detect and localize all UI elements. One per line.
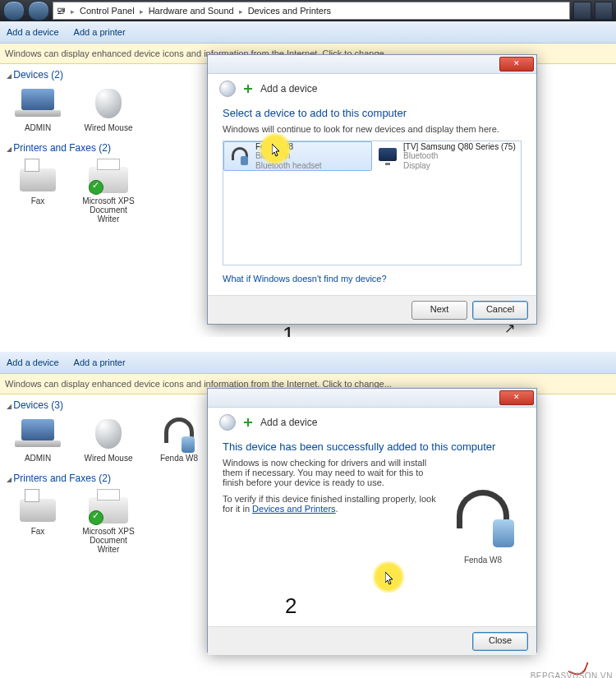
device-label: ADMIN bbox=[10, 454, 66, 463]
add-icon bbox=[242, 83, 254, 95]
headset-icon bbox=[164, 417, 194, 443]
nav-back-button[interactable] bbox=[3, 1, 25, 21]
breadcrumb-item[interactable]: Control Panel bbox=[80, 6, 135, 16]
device-item[interactable]: ADMIN bbox=[10, 414, 66, 463]
wizard-icon bbox=[219, 414, 236, 431]
headset-icon bbox=[232, 147, 248, 160]
device-item[interactable]: ADMIN bbox=[10, 84, 66, 132]
device-item[interactable]: Microsoft XPS Document Writer bbox=[80, 487, 136, 554]
search-button[interactable] bbox=[595, 2, 613, 20]
highlight-marker bbox=[372, 560, 405, 593]
mouse-icon bbox=[95, 419, 122, 449]
fax-icon bbox=[20, 499, 56, 522]
device-line: Bluetooth bbox=[255, 151, 322, 161]
device-item[interactable]: Microsoft XPS Document Writer bbox=[80, 157, 136, 224]
device-label: ADMIN bbox=[10, 123, 66, 132]
dialog-body-text: Windows is now checking for drivers and … bbox=[223, 458, 436, 487]
close-dialog-button[interactable]: Close bbox=[472, 632, 528, 651]
step-number: 1 bbox=[283, 322, 294, 337]
add-icon bbox=[242, 417, 254, 428]
default-badge-icon bbox=[89, 510, 103, 525]
device-line: Bluetooth headset bbox=[255, 161, 322, 171]
device-line: Display bbox=[403, 161, 516, 171]
nav-forward-button[interactable] bbox=[28, 1, 49, 21]
watermark: BEPGASVUSON.VN bbox=[531, 671, 613, 678]
close-button[interactable]: ✕ bbox=[499, 57, 534, 71]
device-label: Fax bbox=[10, 527, 66, 536]
step-number: 2 bbox=[285, 593, 297, 619]
fax-icon bbox=[20, 168, 56, 191]
address-bar: 🖳 Control Panel Hardware and Sound Devic… bbox=[0, 0, 616, 21]
default-badge-icon bbox=[89, 180, 103, 195]
wizard-icon bbox=[219, 81, 236, 97]
toolbar: Add a device Add a printer bbox=[0, 21, 616, 44]
devices-printers-link[interactable]: Devices and Printers bbox=[252, 504, 336, 514]
device-name: Fenda W8 bbox=[255, 142, 322, 152]
refresh-button[interactable] bbox=[573, 2, 591, 20]
device-label: Wired Mouse bbox=[80, 454, 136, 463]
device-label: Fenda W8 bbox=[151, 454, 207, 463]
device-line: Bluetooth bbox=[403, 151, 516, 161]
dialog-subtitle: Windows will continue to look for new de… bbox=[223, 124, 522, 134]
device-label: Microsoft XPS Document Writer bbox=[80, 196, 136, 224]
add-device-button[interactable]: Add a device bbox=[7, 357, 59, 367]
breadcrumb-item[interactable]: Devices and Printers bbox=[248, 6, 332, 16]
device-preview: Fenda W8 bbox=[446, 487, 520, 565]
add-device-button[interactable]: Add a device bbox=[7, 27, 59, 37]
device-card[interactable]: [TV] Samsung Q80 Series (75) Bluetooth D… bbox=[372, 141, 521, 171]
device-card[interactable]: Fenda W8 Bluetooth Bluetooth headset bbox=[223, 141, 372, 171]
breadcrumb[interactable]: 🖳 Control Panel Hardware and Sound Devic… bbox=[53, 2, 570, 20]
cancel-button[interactable]: Cancel bbox=[472, 301, 528, 320]
device-label: Fax bbox=[10, 196, 66, 205]
dialog-header: Add a device bbox=[260, 83, 317, 95]
device-preview-label: Fenda W8 bbox=[446, 556, 520, 565]
close-button[interactable]: ✕ bbox=[499, 390, 534, 405]
help-link[interactable]: What if Windows doesn't find my device? bbox=[223, 265, 522, 287]
annotation-arrow: ↗ bbox=[504, 321, 515, 336]
device-label: Wired Mouse bbox=[80, 123, 136, 132]
add-printer-button[interactable]: Add a printer bbox=[74, 357, 126, 367]
device-item[interactable]: Wired Mouse bbox=[80, 414, 136, 463]
mouse-icon bbox=[95, 89, 122, 118]
dialog-header: Add a device bbox=[260, 417, 317, 428]
add-device-dialog: ✕ Add a device This device has been succ… bbox=[207, 388, 537, 653]
device-item[interactable]: Fax bbox=[10, 157, 66, 224]
add-device-dialog: ✕ Add a device Select a device to add to… bbox=[207, 54, 537, 325]
device-label: Microsoft XPS Document Writer bbox=[80, 527, 136, 554]
device-item[interactable]: Wired Mouse bbox=[80, 84, 136, 132]
dialog-body-text: To verify if this device finished instal… bbox=[223, 494, 436, 514]
device-name: [TV] Samsung Q80 Series (75) bbox=[403, 142, 516, 152]
dialog-title: Select a device to add to this computer bbox=[223, 107, 522, 119]
add-printer-button[interactable]: Add a printer bbox=[74, 27, 126, 37]
laptop-icon bbox=[21, 89, 54, 110]
device-item[interactable]: Fax bbox=[10, 487, 66, 554]
cursor-icon bbox=[385, 572, 395, 585]
next-button[interactable]: Next bbox=[411, 301, 467, 320]
tv-icon bbox=[379, 148, 397, 161]
laptop-icon bbox=[21, 419, 54, 440]
toolbar: Add a device Add a printer bbox=[0, 352, 616, 374]
breadcrumb-item[interactable]: Hardware and Sound bbox=[149, 6, 234, 16]
device-item[interactable]: Fenda W8 bbox=[151, 414, 207, 463]
device-list: Fenda W8 Bluetooth Bluetooth headset [TV… bbox=[223, 141, 522, 265]
dialog-title: This device has been successfully added … bbox=[223, 440, 522, 453]
